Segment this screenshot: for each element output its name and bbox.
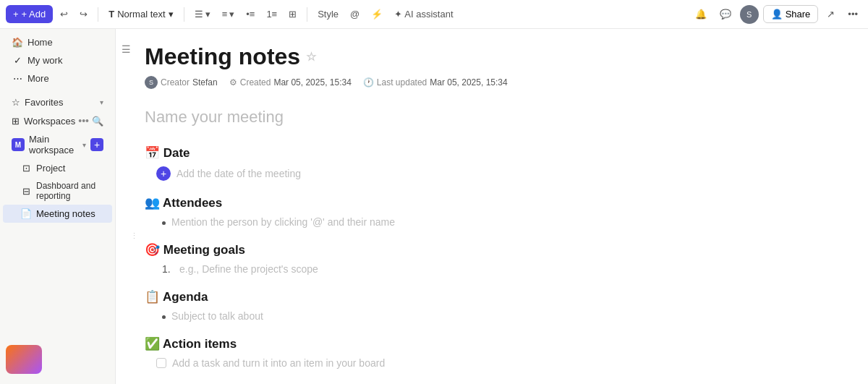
created-icon: ⚙ xyxy=(229,77,237,88)
numbered-list-button[interactable]: 1≡ xyxy=(262,6,281,22)
sidebar-meeting-notes-label: Meeting notes xyxy=(36,208,95,219)
chevron-down-icon: ▾ xyxy=(169,9,174,20)
style-label: Style xyxy=(318,9,339,20)
align-left-button[interactable]: ☰ ▾ xyxy=(190,6,215,22)
home-icon: 🏠 xyxy=(12,37,23,48)
sidebar-dashboard-label: Dashboard and reporting xyxy=(36,181,103,201)
section-content-agenda: Subject to talk about xyxy=(156,310,839,322)
section-content-date: +Add the date of the meeting xyxy=(156,166,839,181)
external-link-icon: ↗ xyxy=(827,9,835,20)
sidebar-item-home-label: Home xyxy=(27,37,53,48)
more-options-button[interactable]: ••• xyxy=(843,6,862,22)
workspace-name-label: Main workspace xyxy=(29,134,78,155)
bullet-list-button[interactable]: •≡ xyxy=(242,6,259,22)
share-icon: 👤 xyxy=(771,9,783,20)
creator-name: Stefan xyxy=(192,77,218,88)
creator-meta: S Creator Stefan xyxy=(145,76,218,89)
redo-button[interactable]: ↪ xyxy=(75,6,92,22)
created-meta: ⚙ Created Mar 05, 2025, 15:34 xyxy=(229,77,352,88)
add-circle-button-date[interactable]: + xyxy=(156,166,171,181)
created-label: Created xyxy=(240,77,271,88)
mention-button[interactable]: @ xyxy=(346,6,364,22)
share-label: Share xyxy=(786,9,811,20)
sidebar-item-project[interactable]: ⊡ Project xyxy=(3,159,112,177)
bullet-dot xyxy=(162,221,166,225)
notification-button[interactable]: 🔔 xyxy=(691,6,711,22)
section-content-goals: 1.e.g., Define the project's scope xyxy=(156,263,839,275)
table-button[interactable]: ⊞ xyxy=(284,6,301,22)
search-icon: 🔍 xyxy=(92,116,103,127)
align-left-icon: ☰ xyxy=(195,9,203,20)
workspace-add-button[interactable]: + xyxy=(90,138,103,151)
placeholder-goals: e.g., Define the project's scope xyxy=(179,263,318,275)
external-link-button[interactable]: ↗ xyxy=(822,6,839,22)
sidebar-main-workspace[interactable]: M Main workspace ▾ + xyxy=(3,130,112,159)
placeholder-attendees: Mention the person by clicking '@' and t… xyxy=(171,216,395,228)
my-work-icon: ✓ xyxy=(12,55,23,66)
creator-avatar: S xyxy=(145,76,158,89)
user-avatar[interactable]: S xyxy=(740,5,759,24)
divider-3 xyxy=(307,7,307,22)
add-button[interactable]: + + Add xyxy=(6,5,53,23)
meeting-name-field[interactable]: Name your meeting xyxy=(145,106,839,128)
sidebar-item-more[interactable]: ⋯ More xyxy=(3,69,112,88)
sidebar: 🏠 Home ✓ My work ⋯ More ☆ Favorites ▾ ⊞ … xyxy=(0,29,116,384)
workspace-icon: M xyxy=(12,138,25,151)
ai-assistant-button[interactable]: ✦ AI assistant xyxy=(390,6,457,22)
undo-icon: ↩ xyxy=(60,9,68,20)
bullet-list-icon: •≡ xyxy=(246,9,255,20)
list-icon: ≡ xyxy=(222,9,228,20)
plus-icon: + xyxy=(13,9,19,20)
divider-1 xyxy=(98,7,98,22)
ellipsis-icon: ••• xyxy=(848,9,858,20)
sidebar-item-meeting-notes[interactable]: 📄 Meeting notes xyxy=(3,205,112,223)
sidebar-workspaces-header[interactable]: ⊞ Workspaces ••• 🔍 xyxy=(3,111,112,130)
sidebar-avatar xyxy=(6,345,42,374)
title-text: Meeting notes xyxy=(145,43,300,70)
list-button[interactable]: ≡ ▾ xyxy=(218,6,239,22)
sidebar-item-dashboard[interactable]: ⊟ Dashboard and reporting xyxy=(3,177,112,205)
lightning-button[interactable]: ⚡ xyxy=(367,6,387,22)
bell-icon: 🔔 xyxy=(695,9,707,20)
toolbar: + + Add ↩ ↪ T Normal text ▾ ☰ ▾ ≡ ▾ •≡ 1… xyxy=(0,0,868,29)
add-row-date: +Add the date of the meeting xyxy=(156,166,839,181)
document-meta: S Creator Stefan ⚙ Created Mar 05, 2025,… xyxy=(145,76,839,89)
workspaces-icon: ⊞ xyxy=(12,116,20,127)
text-style-selector[interactable]: T Normal text ▾ xyxy=(104,6,177,22)
checkbox-item-action: Add a task and turn it into an item in y… xyxy=(156,357,839,369)
table-icon: ⊞ xyxy=(289,9,297,20)
updated-label: Last updated xyxy=(377,77,427,88)
sidebar-item-home[interactable]: 🏠 Home xyxy=(3,33,112,51)
section-action: ✅ Action itemsAdd a task and turn it int… xyxy=(145,336,839,369)
favorite-star-icon[interactable]: ☆ xyxy=(306,50,316,64)
toc-button[interactable]: ☰ xyxy=(122,43,131,55)
share-button[interactable]: 👤 Share xyxy=(763,5,819,23)
creator-label: Creator xyxy=(161,77,190,88)
numbered-list-icon: 1≡ xyxy=(266,9,277,20)
checkbox[interactable] xyxy=(156,358,166,368)
divider-2 xyxy=(184,7,184,22)
chat-button[interactable]: 💬 xyxy=(715,6,736,22)
bullet-item-agenda: Subject to talk about xyxy=(156,310,839,322)
lightning-icon: ⚡ xyxy=(371,9,383,20)
bullet-item-attendees: Mention the person by clicking '@' and t… xyxy=(156,216,839,228)
chat-icon: 💬 xyxy=(720,9,731,20)
sidebar-item-my-work[interactable]: ✓ My work xyxy=(3,51,112,69)
number-label: 1. xyxy=(162,263,174,275)
section-content-action: Add a task and turn it into an item in y… xyxy=(156,357,839,369)
text-style-label: Normal text xyxy=(117,9,165,20)
sidebar-workspaces-label: Workspaces xyxy=(24,116,75,127)
section-date: 📅 Date+Add the date of the meeting xyxy=(145,145,839,181)
toolbar-right: 🔔 💬 S 👤 Share ↗ ••• xyxy=(691,5,862,24)
ai-label: AI assistant xyxy=(404,9,453,20)
style-button[interactable]: Style xyxy=(313,6,343,22)
section-header-goals: 🎯 Meeting goals xyxy=(145,242,839,257)
dots-icon: ••• xyxy=(78,115,89,127)
undo-button[interactable]: ↩ xyxy=(56,6,72,22)
chevron-down-icon-3: ▾ xyxy=(229,9,234,20)
sidebar-favorites-label: Favorites xyxy=(25,97,63,108)
numbered-item-goals: 1.e.g., Define the project's scope xyxy=(156,263,839,275)
section-header-date: 📅 Date xyxy=(145,145,839,161)
content-area: ☰ Meeting notes ☆ S Creator Stefan ⚙ Cre… xyxy=(116,29,868,384)
sidebar-favorites-header[interactable]: ☆ Favorites ▾ xyxy=(3,93,112,111)
